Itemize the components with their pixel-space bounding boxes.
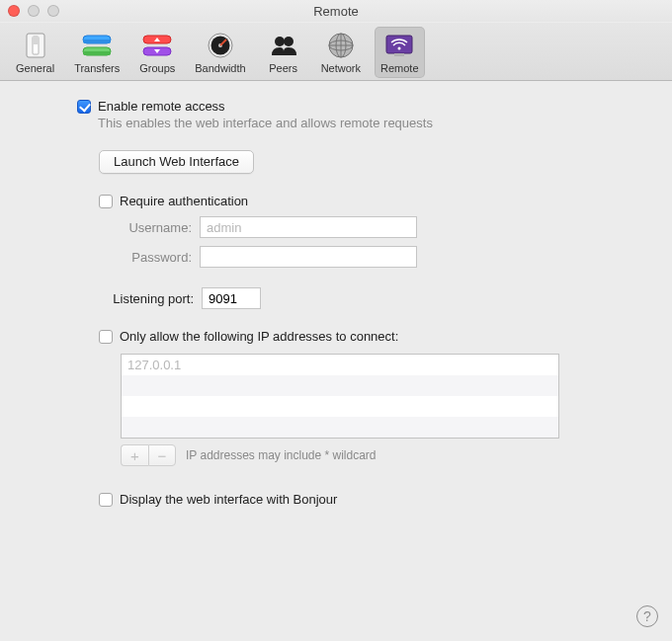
svg-rect-6 [83, 51, 111, 55]
peers-icon [267, 31, 300, 60]
svg-rect-23 [394, 53, 404, 56]
listening-port-input[interactable] [202, 287, 261, 309]
window-title: Remote [0, 4, 672, 19]
enable-remote-subtext: This enables the web interface and allow… [98, 116, 644, 130]
username-label: Username: [99, 220, 192, 235]
add-ip-button[interactable]: + [121, 444, 148, 466]
svg-point-24 [398, 47, 401, 50]
password-input[interactable] [200, 246, 417, 268]
tab-label: General [16, 62, 54, 74]
gauge-icon [204, 31, 237, 60]
ip-row [122, 375, 558, 396]
remove-ip-button[interactable]: − [148, 444, 176, 466]
titlebar: Remote [0, 0, 672, 23]
preferences-toolbar: General Transfers Groups [0, 23, 672, 81]
tab-label: Peers [269, 62, 297, 74]
svg-rect-2 [33, 37, 39, 44]
globe-icon [324, 31, 358, 60]
password-label: Password: [99, 250, 192, 265]
tab-peers[interactable]: Peers [260, 27, 307, 78]
listening-port-label: Listening port: [77, 291, 194, 306]
bonjour-checkbox[interactable] [99, 493, 113, 507]
remote-icon [382, 31, 416, 60]
ip-wildcard-footnote: IP addresses may include * wildcard [186, 448, 377, 462]
svg-point-16 [284, 37, 294, 46]
svg-rect-4 [83, 40, 111, 43]
minimize-window-button[interactable] [28, 5, 40, 17]
tab-transfers[interactable]: Transfers [68, 27, 126, 78]
require-auth-label: Require authentication [120, 194, 248, 208]
tab-label: Transfers [74, 62, 120, 74]
tab-network[interactable]: Network [315, 27, 367, 78]
bonjour-label: Display the web interface with Bonjour [120, 492, 337, 507]
switch-icon [19, 31, 52, 60]
svg-point-15 [275, 37, 285, 46]
tab-label: Groups [139, 62, 175, 74]
tab-label: Bandwidth [195, 62, 245, 74]
remote-settings-pane: Enable remote access This enables the we… [0, 81, 672, 507]
svg-rect-22 [386, 36, 412, 53]
tab-label: Remote [380, 62, 419, 74]
zoom-window-button[interactable] [47, 5, 59, 17]
tab-groups[interactable]: Groups [133, 27, 181, 78]
transfers-icon [80, 31, 114, 60]
tab-remote[interactable]: Remote [375, 27, 425, 78]
tab-label: Network [321, 62, 361, 74]
ip-allowlist-label: Only allow the following IP addresses to… [120, 329, 398, 344]
ip-row [122, 396, 558, 417]
ip-address-list[interactable]: 127.0.0.1 [121, 354, 559, 439]
close-window-button[interactable] [8, 5, 20, 17]
tab-general[interactable]: General [10, 27, 60, 78]
enable-remote-checkbox[interactable] [77, 100, 91, 114]
ip-row[interactable]: 127.0.0.1 [122, 355, 558, 375]
help-button[interactable]: ? [636, 605, 658, 627]
enable-remote-label: Enable remote access [98, 99, 225, 114]
require-auth-checkbox[interactable] [99, 195, 113, 208]
groups-icon [140, 31, 174, 60]
launch-web-interface-button[interactable]: Launch Web Interface [99, 150, 254, 174]
username-input[interactable] [200, 216, 417, 238]
ip-allowlist-checkbox[interactable] [99, 330, 113, 344]
tab-bandwidth[interactable]: Bandwidth [189, 27, 251, 78]
ip-row [122, 417, 558, 438]
